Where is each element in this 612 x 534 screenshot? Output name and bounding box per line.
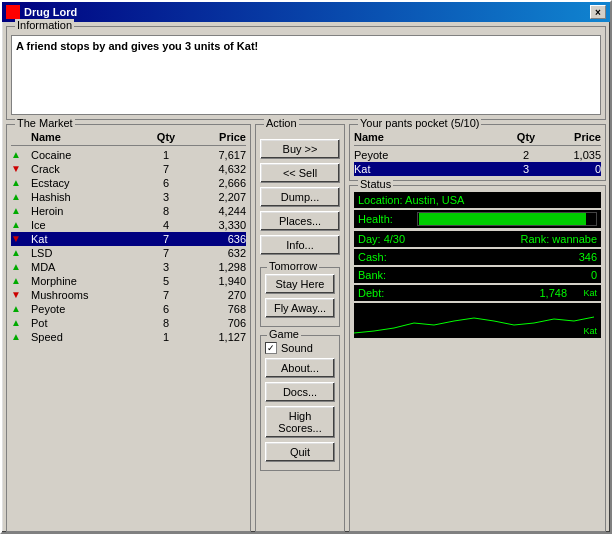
pocket-label: Your pants pocket (5/10) — [358, 117, 481, 129]
pocket-row[interactable]: Kat30 — [354, 162, 601, 176]
market-col-name: Name — [31, 131, 146, 143]
docs-button[interactable]: Docs... — [265, 382, 335, 402]
main-row: The Market Name Qty Price ▲Cocaine17,617… — [6, 124, 606, 532]
drug-name: Ice — [31, 219, 146, 231]
day-value: 4/30 — [384, 233, 405, 245]
arrow-up-icon: ▲ — [11, 317, 31, 329]
market-row[interactable]: ▲Heroin84,244 — [11, 204, 246, 218]
bank-label: Bank: — [358, 269, 418, 281]
debt-value: 1,748 — [517, 287, 567, 299]
drug-qty: 8 — [146, 317, 186, 329]
tomorrow-group: Tomorrow Stay Here Fly Away... — [260, 267, 340, 327]
market-table-body: ▲Cocaine17,617▼Crack74,632▲Ecstacy62,666… — [11, 148, 246, 344]
title-bar: Drug Lord × — [2, 2, 610, 22]
market-table-header: Name Qty Price — [11, 131, 246, 146]
sound-checkbox[interactable]: ✓ — [265, 342, 277, 354]
right-section: Your pants pocket (5/10) Name Qty Price … — [349, 124, 606, 532]
arrow-up-icon: ▲ — [11, 261, 31, 273]
cash-row: Cash: 346 — [354, 249, 601, 265]
pocket-drug-name: Peyote — [354, 149, 506, 161]
status-graph: Kat — [354, 303, 601, 338]
debt-row: Debt: 1,748 Kat — [354, 285, 601, 301]
drug-qty: 1 — [146, 149, 186, 161]
bank-spacer — [418, 269, 547, 281]
drug-price: 4,632 — [186, 163, 246, 175]
market-row[interactable]: ▲LSD7632 — [11, 246, 246, 260]
drug-name: Pot — [31, 317, 146, 329]
market-row[interactable]: ▲Speed11,127 — [11, 330, 246, 344]
action-label: Action — [264, 117, 299, 129]
drug-price: 4,244 — [186, 205, 246, 217]
pocket-drug-price: 1,035 — [546, 149, 601, 161]
info-button[interactable]: Info... — [260, 235, 340, 255]
info-message: A friend stops by and gives you 3 units … — [11, 35, 601, 115]
market-row[interactable]: ▼Kat7636 — [11, 232, 246, 246]
drug-price: 2,207 — [186, 191, 246, 203]
drug-qty: 7 — [146, 247, 186, 259]
market-row[interactable]: ▼Mushrooms7270 — [11, 288, 246, 302]
arrow-up-icon: ▲ — [11, 303, 31, 315]
pocket-drug-price: 0 — [546, 163, 601, 175]
sell-button[interactable]: << Sell — [260, 163, 340, 183]
rank-value: wannabe — [552, 233, 597, 245]
sound-row: ✓ Sound — [265, 342, 335, 354]
about-button[interactable]: About... — [265, 358, 335, 378]
game-label: Game — [267, 328, 301, 340]
market-col-arrow — [11, 131, 31, 143]
buy-button[interactable]: Buy >> — [260, 139, 340, 159]
fly-away-button[interactable]: Fly Away... — [265, 298, 335, 318]
stay-here-button[interactable]: Stay Here — [265, 274, 335, 294]
market-col-price: Price — [186, 131, 246, 143]
drug-qty: 8 — [146, 205, 186, 217]
arrow-up-icon: ▲ — [11, 275, 31, 287]
drug-name: Speed — [31, 331, 146, 343]
title-bar-text: Drug Lord — [6, 5, 77, 19]
market-col-qty: Qty — [146, 131, 186, 143]
market-row[interactable]: ▲Morphine51,940 — [11, 274, 246, 288]
close-button[interactable]: × — [590, 5, 606, 19]
market-row[interactable]: ▲MDA31,298 — [11, 260, 246, 274]
cash-value: 346 — [547, 251, 597, 263]
pocket-col-price: Price — [546, 131, 601, 143]
arrow-up-icon: ▲ — [11, 331, 31, 343]
dump-button[interactable]: Dump... — [260, 187, 340, 207]
places-button[interactable]: Places... — [260, 211, 340, 231]
market-row[interactable]: ▲Ice43,330 — [11, 218, 246, 232]
quit-button[interactable]: Quit — [265, 442, 335, 462]
health-field: Health: — [354, 210, 601, 228]
tomorrow-label: Tomorrow — [267, 260, 319, 272]
debt-label: Debt: — [358, 287, 418, 299]
cash-label: Cash: — [358, 251, 418, 263]
cash-spacer — [418, 251, 547, 263]
status-label: Status — [358, 178, 393, 190]
drug-qty: 6 — [146, 303, 186, 315]
market-row[interactable]: ▲Hashish32,207 — [11, 190, 246, 204]
drug-qty: 3 — [146, 261, 186, 273]
drug-qty: 7 — [146, 289, 186, 301]
drug-name: Ecstacy — [31, 177, 146, 189]
graph-note: Kat — [567, 288, 597, 298]
pocket-drug-qty: 2 — [506, 149, 546, 161]
bank-row: Bank: 0 — [354, 267, 601, 283]
drug-price: 1,940 — [186, 275, 246, 287]
drug-price: 1,127 — [186, 331, 246, 343]
app-icon — [6, 5, 20, 19]
drug-name: Peyote — [31, 303, 146, 315]
location-value: Austin, USA — [405, 194, 464, 206]
drug-name: MDA — [31, 261, 146, 273]
arrow-up-icon: ▲ — [11, 247, 31, 259]
arrow-up-icon: ▲ — [11, 205, 31, 217]
drug-name: LSD — [31, 247, 146, 259]
high-scores-button[interactable]: High Scores... — [265, 406, 335, 438]
market-row[interactable]: ▲Pot8706 — [11, 316, 246, 330]
market-row[interactable]: ▲Cocaine17,617 — [11, 148, 246, 162]
market-row[interactable]: ▼Crack74,632 — [11, 162, 246, 176]
market-row[interactable]: ▲Ecstacy62,666 — [11, 176, 246, 190]
main-window: Drug Lord × Information A friend stops b… — [0, 0, 612, 534]
drug-price: 636 — [186, 233, 246, 245]
drug-name: Heroin — [31, 205, 146, 217]
pocket-row[interactable]: Peyote21,035 — [354, 148, 601, 162]
drug-qty: 6 — [146, 177, 186, 189]
status-section: Status Location: Austin, USA Health: — [349, 185, 606, 532]
market-row[interactable]: ▲Peyote6768 — [11, 302, 246, 316]
